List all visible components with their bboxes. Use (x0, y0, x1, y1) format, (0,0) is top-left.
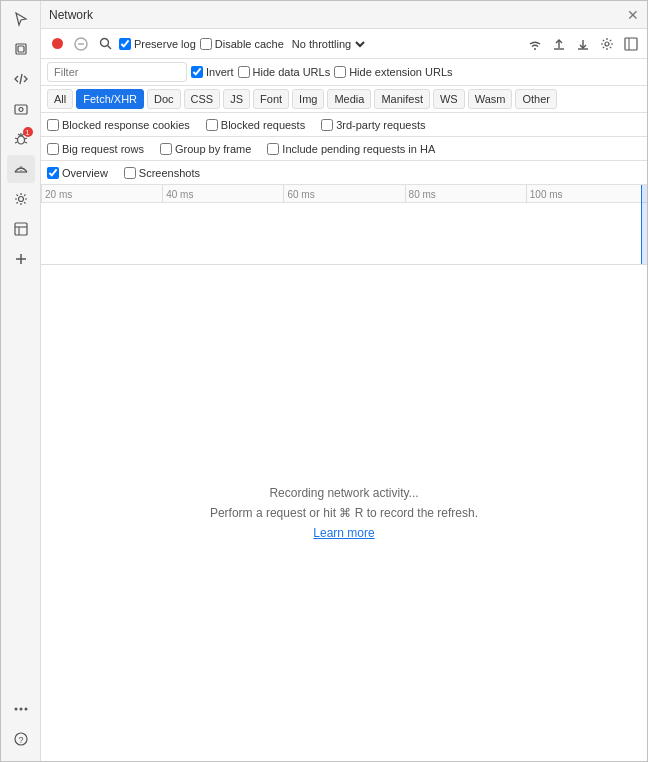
screenshots-checkbox[interactable]: Screenshots (124, 167, 200, 179)
hide-extension-urls-checkbox[interactable]: Hide extension URLs (334, 66, 452, 78)
svg-rect-3 (15, 105, 27, 114)
close-button[interactable]: ✕ (627, 7, 639, 23)
svg-text:?: ? (18, 735, 23, 745)
type-filter-manifest[interactable]: Manifest (374, 89, 430, 109)
network-icon[interactable] (7, 155, 35, 183)
svg-point-29 (100, 39, 108, 47)
blocked-requests-checkbox[interactable]: Blocked requests (206, 119, 305, 131)
settings-icon[interactable] (7, 185, 35, 213)
svg-rect-36 (625, 38, 637, 50)
svg-rect-16 (15, 223, 27, 235)
more-options-icon[interactable] (7, 695, 35, 723)
invert-checkbox[interactable]: Invert (191, 66, 234, 78)
blocked-response-cookies-checkbox[interactable]: Blocked response cookies (47, 119, 190, 131)
throttle-dropdown[interactable]: No throttling (288, 37, 368, 51)
svg-point-23 (24, 708, 27, 711)
overview-checkbox[interactable]: Overview (47, 167, 108, 179)
help-icon[interactable]: ? (7, 725, 35, 753)
timeline-highlight (641, 185, 647, 264)
filter-input[interactable] (47, 62, 187, 82)
svg-point-4 (19, 108, 23, 112)
ruler-mark: 100 ms (526, 185, 647, 203)
upload-icon[interactable] (549, 34, 569, 54)
type-filter-ws[interactable]: WS (433, 89, 465, 109)
type-filter-row: AllFetch/XHRDocCSSJSFontImgMediaManifest… (41, 86, 647, 113)
group-by-frame-checkbox[interactable]: Group by frame (160, 143, 251, 155)
network-settings-icon[interactable] (597, 34, 617, 54)
svg-line-9 (15, 138, 18, 139)
panel-title: Network (49, 8, 93, 22)
content-area: Recording network activity... Perform a … (41, 265, 647, 761)
include-pending-checkbox[interactable]: Include pending requests in HA (267, 143, 435, 155)
type-filter-media[interactable]: Media (327, 89, 371, 109)
type-filter-other[interactable]: Other (515, 89, 557, 109)
third-party-requests-checkbox[interactable]: 3rd-party requests (321, 119, 425, 131)
throttle-select-input[interactable]: No throttling (288, 37, 368, 51)
svg-point-5 (17, 136, 24, 144)
type-filter-wasm[interactable]: Wasm (468, 89, 513, 109)
type-filter-doc[interactable]: Doc (147, 89, 181, 109)
big-request-rows-checkbox[interactable]: Big request rows (47, 143, 144, 155)
ruler-mark: 60 ms (283, 185, 404, 203)
download-icon[interactable] (573, 34, 593, 54)
search-button[interactable] (95, 34, 115, 54)
svg-point-21 (14, 708, 17, 711)
learn-more-link[interactable]: Learn more (313, 526, 374, 540)
svg-point-26 (52, 38, 63, 49)
add-panel-icon[interactable] (7, 245, 35, 273)
filter-row: Invert Hide data URLs Hide extension URL… (41, 59, 647, 86)
dock-icon[interactable] (621, 34, 641, 54)
clear-button[interactable] (71, 34, 91, 54)
disable-cache-checkbox[interactable]: Disable cache (200, 38, 284, 50)
main-panel: Network ✕ Preserve log (41, 1, 647, 761)
record-button[interactable] (47, 34, 67, 54)
timeline: 20 ms40 ms60 ms80 ms100 ms (41, 185, 647, 265)
svg-line-11 (15, 142, 18, 143)
toolbar-row-1: Preserve log Disable cache No throttling (41, 29, 647, 59)
overview-row: Overview Screenshots (41, 161, 647, 185)
screenshot-icon[interactable] (7, 95, 35, 123)
hint-text: Perform a request or hit ⌘ R to record t… (210, 506, 478, 520)
svg-point-15 (18, 197, 23, 202)
preserve-log-checkbox[interactable]: Preserve log (119, 38, 196, 50)
sources-icon[interactable] (7, 215, 35, 243)
titlebar: Network ✕ (41, 1, 647, 29)
code-icon[interactable] (7, 65, 35, 93)
pointer-icon[interactable] (7, 5, 35, 33)
type-filter-fetch-xhr[interactable]: Fetch/XHR (76, 89, 144, 109)
ruler-mark: 20 ms (41, 185, 162, 203)
type-filter-font[interactable]: Font (253, 89, 289, 109)
hide-data-urls-checkbox[interactable]: Hide data URLs (238, 66, 331, 78)
checks-row-1: Blocked response cookies Blocked request… (41, 113, 647, 137)
type-filter-img[interactable]: Img (292, 89, 324, 109)
svg-line-30 (107, 46, 111, 50)
svg-rect-1 (18, 46, 24, 52)
options-row: Big request rows Group by frame Include … (41, 137, 647, 161)
svg-line-2 (20, 74, 22, 84)
bug-icon[interactable]: 1 (7, 125, 35, 153)
type-filter-css[interactable]: CSS (184, 89, 221, 109)
svg-point-35 (605, 42, 609, 46)
ruler-mark: 40 ms (162, 185, 283, 203)
sidebar: 1 ? (1, 1, 41, 761)
layers-icon[interactable] (7, 35, 35, 63)
notification-badge: 1 (23, 127, 33, 137)
timeline-ruler: 20 ms40 ms60 ms80 ms100 ms (41, 185, 647, 203)
type-filter-all[interactable]: All (47, 89, 73, 109)
svg-point-22 (19, 708, 22, 711)
svg-line-12 (24, 142, 27, 143)
online-icon[interactable] (525, 34, 545, 54)
recording-text: Recording network activity... (269, 486, 418, 500)
ruler-mark: 80 ms (405, 185, 526, 203)
type-filter-js[interactable]: JS (223, 89, 250, 109)
svg-line-10 (24, 138, 27, 139)
